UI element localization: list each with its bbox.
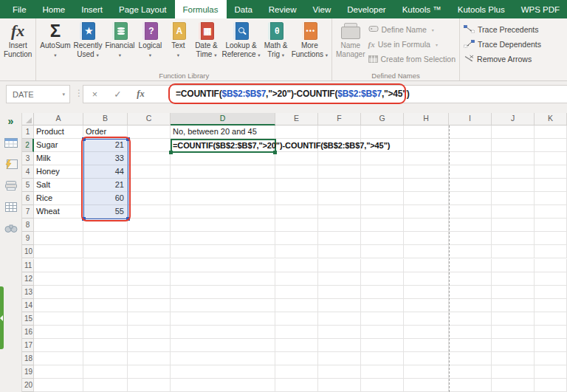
cell-k9[interactable] <box>535 232 567 245</box>
cell-a2[interactable]: Sugar <box>34 139 83 152</box>
row-header-5[interactable]: 5 <box>22 179 34 192</box>
cell-g14[interactable] <box>361 299 404 312</box>
cell-j12[interactable] <box>492 272 535 286</box>
cell-g6[interactable] <box>361 192 404 205</box>
cell-e19[interactable] <box>275 365 318 379</box>
column-header-e[interactable]: E <box>275 113 318 125</box>
cell-e10[interactable] <box>275 245 318 258</box>
cell-b16[interactable] <box>83 326 128 339</box>
cell-g3[interactable] <box>361 152 404 165</box>
cell-h17[interactable] <box>404 339 449 352</box>
cell-c1[interactable] <box>128 125 171 139</box>
cell-c10[interactable] <box>128 245 171 258</box>
cell-i15[interactable] <box>449 312 492 326</box>
cell-h13[interactable] <box>404 286 449 299</box>
cell-f7[interactable] <box>318 205 361 219</box>
cell-c3[interactable] <box>128 152 171 165</box>
tab-review[interactable]: Review <box>261 0 305 18</box>
cell-g10[interactable] <box>361 245 404 258</box>
cell-f17[interactable] <box>318 339 361 352</box>
cell-c8[interactable] <box>128 219 171 232</box>
cell-b10[interactable] <box>83 245 128 258</box>
cell-h1[interactable] <box>404 125 449 139</box>
trace-dependents-button[interactable]: Trace Dependents <box>462 37 543 52</box>
column-header-d[interactable]: D <box>171 113 275 125</box>
text-button[interactable]: AText▾ <box>164 20 192 60</box>
cell-b8[interactable] <box>83 219 128 232</box>
row-header-11[interactable]: 11 <box>22 259 34 272</box>
cell-i20[interactable] <box>449 379 492 392</box>
cell-k7[interactable] <box>535 205 567 219</box>
column-header-i[interactable]: I <box>449 113 492 125</box>
cell-f20[interactable] <box>318 379 361 392</box>
cell-k5[interactable] <box>535 179 567 192</box>
cell-j16[interactable] <box>492 326 535 339</box>
cell-c9[interactable] <box>128 232 171 245</box>
cell-f6[interactable] <box>318 192 361 205</box>
cancel-icon[interactable]: × <box>83 89 106 100</box>
cell-f18[interactable] <box>318 352 361 365</box>
cell-e8[interactable] <box>275 219 318 232</box>
row-header-8[interactable]: 8 <box>22 219 34 232</box>
cell-c19[interactable] <box>128 365 171 379</box>
cell-a19[interactable] <box>34 365 83 379</box>
cell-c4[interactable] <box>128 165 171 179</box>
cell-f8[interactable] <box>318 219 361 232</box>
cell-k4[interactable] <box>535 165 567 179</box>
row-header-9[interactable]: 9 <box>22 232 34 245</box>
tab-insert[interactable]: Insert <box>73 0 111 18</box>
formula-input[interactable]: × ✓ fx =COUNTIF($B$2:$B$7,">20")-COUNTIF… <box>83 85 567 103</box>
cell-h7[interactable] <box>404 205 449 219</box>
row-header-14[interactable]: 14 <box>22 299 34 312</box>
name-manager-button[interactable]: Name Manager <box>334 20 366 59</box>
cell-d19[interactable] <box>171 365 275 379</box>
cell-j8[interactable] <box>492 219 535 232</box>
financial-button[interactable]: Financial▾ <box>103 20 136 60</box>
cell-h18[interactable] <box>404 352 449 365</box>
tab-file[interactable]: File <box>4 0 35 18</box>
column-header-a[interactable]: A <box>34 113 83 125</box>
cell-k13[interactable] <box>535 286 567 299</box>
cell-h2[interactable] <box>404 139 449 152</box>
cell-j19[interactable] <box>492 365 535 379</box>
cell-a11[interactable] <box>34 259 83 272</box>
cell-c7[interactable] <box>128 205 171 219</box>
cell-j17[interactable] <box>492 339 535 352</box>
cell-j11[interactable] <box>492 259 535 272</box>
range-corner-handle[interactable] <box>82 137 86 141</box>
cell-d7[interactable] <box>171 205 275 219</box>
trace-precedents-button[interactable]: Trace Precedents <box>462 22 543 37</box>
cell-c16[interactable] <box>128 326 171 339</box>
tab-formulas[interactable]: Formulas <box>175 0 227 18</box>
cell-d20[interactable] <box>171 379 275 392</box>
cell-k16[interactable] <box>535 326 567 339</box>
column-header-g[interactable]: G <box>361 113 404 125</box>
cell-g20[interactable] <box>361 379 404 392</box>
cell-a9[interactable] <box>34 232 83 245</box>
cell-c20[interactable] <box>128 379 171 392</box>
cell-i19[interactable] <box>449 365 492 379</box>
cell-e6[interactable] <box>275 192 318 205</box>
cell-i1[interactable] <box>449 125 492 139</box>
cell-j10[interactable] <box>492 245 535 258</box>
cell-b11[interactable] <box>83 259 128 272</box>
grid-icon[interactable] <box>5 201 17 213</box>
cell-h14[interactable] <box>404 299 449 312</box>
tab-developer[interactable]: Developer <box>339 0 394 18</box>
cell-d6[interactable] <box>171 192 275 205</box>
cell-b17[interactable] <box>83 339 128 352</box>
cell-k12[interactable] <box>535 272 567 286</box>
cell-j3[interactable] <box>492 152 535 165</box>
cell-d8[interactable] <box>171 219 275 232</box>
cell-d11[interactable] <box>171 259 275 272</box>
cell-h11[interactable] <box>404 259 449 272</box>
table-icon[interactable] <box>4 137 18 148</box>
cell-c13[interactable] <box>128 286 171 299</box>
cell-e17[interactable] <box>275 339 318 352</box>
insert-function-icon[interactable]: fx <box>129 89 152 100</box>
column-header-h[interactable]: H <box>404 113 449 125</box>
cell-a6[interactable]: Rice <box>34 192 83 205</box>
cell-f1[interactable] <box>318 125 361 139</box>
cell-b9[interactable] <box>83 232 128 245</box>
cell-f13[interactable] <box>318 286 361 299</box>
